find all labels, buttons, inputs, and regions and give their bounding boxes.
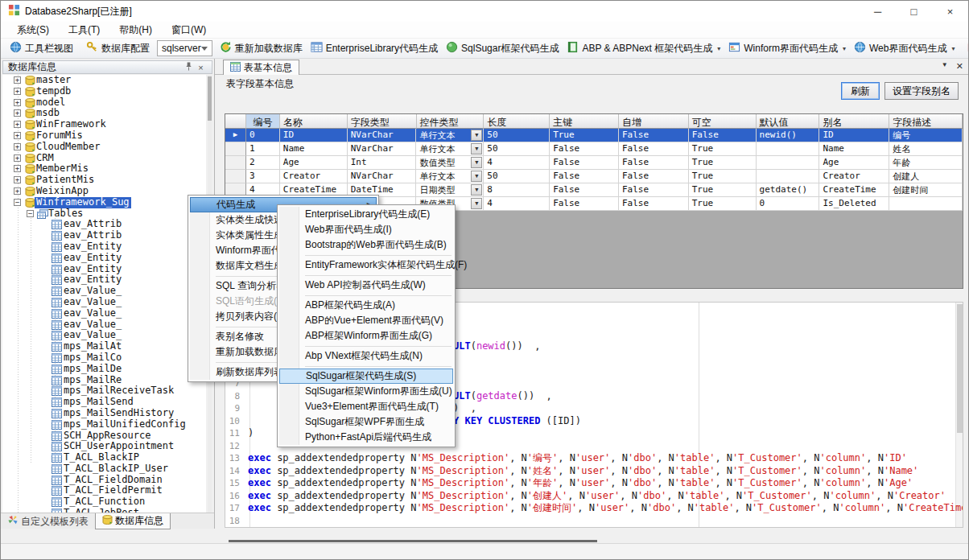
expand-plus-icon[interactable]: +: [14, 109, 21, 117]
grid-cell[interactable]: Int: [348, 156, 417, 170]
tree-node-master[interactable]: +master: [2, 75, 206, 86]
menu-item-help[interactable]: 帮助(H): [109, 22, 162, 39]
grid-cell[interactable]: 4: [484, 156, 550, 170]
tree-node-Winframework_Sug[interactable]: −Winframework_Sug: [2, 197, 206, 208]
grid-cell[interactable]: False: [619, 183, 689, 197]
tree-node-SCH_UserAppointment[interactable]: SCH_UserAppointment: [2, 441, 206, 452]
tree-node-mps_MailUnifiedConfig[interactable]: mps_MailUnifiedConfig: [2, 419, 206, 430]
tree-node-T_ACL_BlackIP_User[interactable]: T_ACL_BlackIP_User: [2, 463, 206, 475]
grid-cell[interactable]: 姓名: [889, 142, 963, 156]
expand-plus-icon[interactable]: +: [14, 187, 21, 195]
combo-dropdown-icon[interactable]: ▼: [471, 130, 482, 141]
reload-database-button[interactable]: 重新加载数据库: [216, 39, 307, 57]
tree-node-Tables[interactable]: −Tables: [2, 208, 206, 220]
menu-item-system[interactable]: 系统(S): [7, 22, 59, 39]
menu-item-abp-vue-gen[interactable]: ABP的Vue+Element界面代码(V): [279, 313, 453, 328]
grid-row-header[interactable]: [225, 156, 246, 170]
tree-node-T_ACL_FieldDomain[interactable]: T_ACL_FieldDomain: [2, 475, 206, 486]
maximize-button[interactable]: □: [896, 1, 932, 22]
tree-node-model[interactable]: +model: [2, 97, 206, 109]
winform-gen-button[interactable]: Winform界面代码生成 ▾: [724, 39, 850, 57]
tree-node-mps_MailAt[interactable]: mps_MailAt: [2, 341, 206, 352]
grid-column-header[interactable]: 主键: [550, 114, 619, 129]
combo-dropdown-icon[interactable]: ▼: [471, 143, 482, 154]
grid-cell[interactable]: ID: [280, 129, 348, 142]
grid-cell[interactable]: [757, 170, 820, 183]
grid-column-header[interactable]: 字段类型: [348, 114, 417, 129]
grid-cell[interactable]: NVarChar: [348, 170, 417, 183]
combo-dropdown-icon[interactable]: ▼: [471, 198, 482, 209]
tree-node-eav_Value_[interactable]: eav_Value_: [2, 297, 206, 308]
tree-node-mps_MailRe[interactable]: mps_MailRe: [2, 375, 206, 386]
scrollbar-thumb[interactable]: [208, 76, 212, 121]
grid-column-header[interactable]: 字段描述: [889, 114, 963, 129]
grid-cell[interactable]: 0: [757, 197, 820, 211]
tree-node-eav_Value_[interactable]: eav_Value_: [2, 319, 206, 331]
grid-row-header[interactable]: ▶: [225, 129, 246, 142]
combo-dropdown-icon[interactable]: ▼: [471, 157, 482, 168]
tree-node-CRM[interactable]: +CRM: [2, 153, 206, 164]
grid-cell[interactable]: NVarChar: [348, 142, 417, 156]
tree-node-tempdb[interactable]: +tempdb: [2, 86, 206, 97]
grid-column-header[interactable]: 默认值: [757, 114, 820, 129]
grid-cell[interactable]: 单行文本▼: [416, 129, 484, 142]
tree-node-T_ACL_BlackIP[interactable]: T_ACL_BlackIP: [2, 452, 206, 463]
grid-cell[interactable]: True: [689, 183, 757, 197]
grid-cell[interactable]: 创建时间: [889, 183, 963, 197]
grid-column-header[interactable]: 别名: [819, 114, 889, 129]
menu-item-vue3-element-gen[interactable]: Vue3+Element界面代码生成(T): [279, 399, 453, 414]
expand-plus-icon[interactable]: +: [14, 132, 21, 139]
grid-cell[interactable]: 0: [246, 129, 280, 142]
tree-node-MemberMis[interactable]: +MemberMis: [2, 163, 206, 175]
menu-item-ef-gen[interactable]: EntityFramework实体框架代码生成(F): [279, 257, 453, 273]
grid-cell[interactable]: True: [689, 170, 757, 183]
menu-item-web-ui-gen[interactable]: Web界面代码生成(I): [279, 222, 453, 237]
menu-item-sqlsugar-gen[interactable]: SqlSugar框架代码生成(S): [279, 369, 453, 384]
tab-table-basic-info[interactable]: 表基本信息: [223, 60, 299, 75]
menu-item-el-code-gen[interactable]: EnterpriseLibrary代码生成(E): [279, 207, 453, 222]
grid-cell[interactable]: getdate(): [757, 183, 820, 197]
grid-row[interactable]: 1NameNVarChar单行文本▼50FalseFalseTrueName姓名: [225, 142, 963, 156]
grid-row[interactable]: 2AgeInt数值类型▼4FalseFalseTrueAge年龄: [225, 156, 963, 170]
menu-item-window[interactable]: 窗口(W): [162, 22, 216, 39]
grid-cell[interactable]: False: [550, 183, 619, 197]
grid-cell[interactable]: Name: [280, 142, 348, 156]
grid-cell[interactable]: True: [550, 129, 619, 142]
db-config-button[interactable]: 数据库配置: [82, 39, 154, 57]
grid-cell[interactable]: NVarChar: [348, 129, 417, 142]
grid-cell[interactable]: False: [619, 170, 689, 183]
menu-item-abp-vnext-gen[interactable]: Abp VNext框架代码生成(N): [279, 348, 453, 364]
grid-cell[interactable]: False: [619, 142, 689, 156]
grid-column-header[interactable]: 名称: [280, 114, 348, 129]
grid-cell[interactable]: Name: [819, 142, 889, 156]
grid-cell[interactable]: 数值类型▼: [416, 156, 484, 170]
grid-row-header[interactable]: [225, 170, 246, 183]
grid-cell[interactable]: True: [689, 197, 757, 211]
expand-plus-icon[interactable]: +: [14, 76, 21, 84]
web-gen-button[interactable]: Web界面代码生成 ▾: [850, 39, 959, 57]
grid-cell[interactable]: ID: [819, 129, 889, 142]
menu-item-abp-winform-gen[interactable]: ABP框架Winform界面生成(G): [279, 328, 453, 344]
grid-cell[interactable]: 单行文本▼: [416, 170, 484, 183]
menu-item-tools[interactable]: 工具(T): [59, 22, 109, 39]
tree-node-WinFramework[interactable]: +WinFramework: [2, 119, 206, 130]
grid-row[interactable]: ▶0IDNVarChar单行文本▼50TrueFalseFalsenewid()…: [225, 129, 963, 142]
exit-button[interactable]: 退出: [963, 40, 969, 57]
grid-cell[interactable]: [889, 197, 963, 211]
grid-row-header[interactable]: [225, 142, 246, 156]
grid-cell[interactable]: False: [550, 197, 619, 211]
menu-item-abp-gen[interactable]: ABP框架代码生成(A): [279, 298, 453, 313]
sidebar-tab-database-info[interactable]: 数据库信息: [95, 513, 171, 529]
grid-cell[interactable]: 1: [246, 142, 280, 156]
enterpriselibrary-gen-button[interactable]: EnterpriseLibrary代码生成: [307, 39, 442, 57]
grid-cell[interactable]: False: [550, 170, 619, 183]
grid-cell[interactable]: Age: [280, 156, 348, 170]
grid-cell[interactable]: 4: [484, 197, 550, 211]
grid-cell[interactable]: newid(): [757, 129, 820, 142]
tree-node-eav_Entity[interactable]: eav_Entity: [2, 264, 206, 275]
tree-node-mps_MailReceiveTask[interactable]: mps_MailReceiveTask: [2, 385, 206, 397]
grid-column-header[interactable]: 可空: [689, 114, 757, 129]
grid-cell[interactable]: False: [550, 142, 619, 156]
tree-node-mps_MailSend[interactable]: mps_MailSend: [2, 397, 206, 408]
grid-column-header[interactable]: 控件类型: [417, 114, 484, 129]
